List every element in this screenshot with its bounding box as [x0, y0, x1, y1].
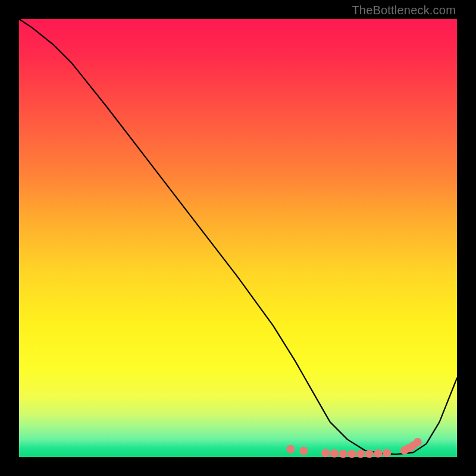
highlight-dot	[321, 449, 330, 457]
highlight-dot	[330, 449, 339, 458]
chart-frame: TheBottleneck.com	[0, 0, 476, 476]
highlight-dot	[339, 450, 347, 458]
highlight-dot	[347, 450, 356, 458]
highlight-dot	[414, 438, 422, 446]
watermark-text: TheBottleneck.com	[352, 4, 456, 17]
highlight-dots-group	[286, 438, 422, 458]
highlight-dot	[286, 445, 295, 453]
highlight-dot	[374, 449, 383, 458]
plot-area	[19, 19, 457, 457]
curve-svg	[19, 19, 457, 457]
highlight-dot	[299, 447, 308, 455]
bottleneck-curve	[19, 19, 457, 455]
highlight-dot	[365, 450, 374, 458]
highlight-dot	[356, 450, 365, 458]
highlight-dot	[383, 449, 391, 457]
